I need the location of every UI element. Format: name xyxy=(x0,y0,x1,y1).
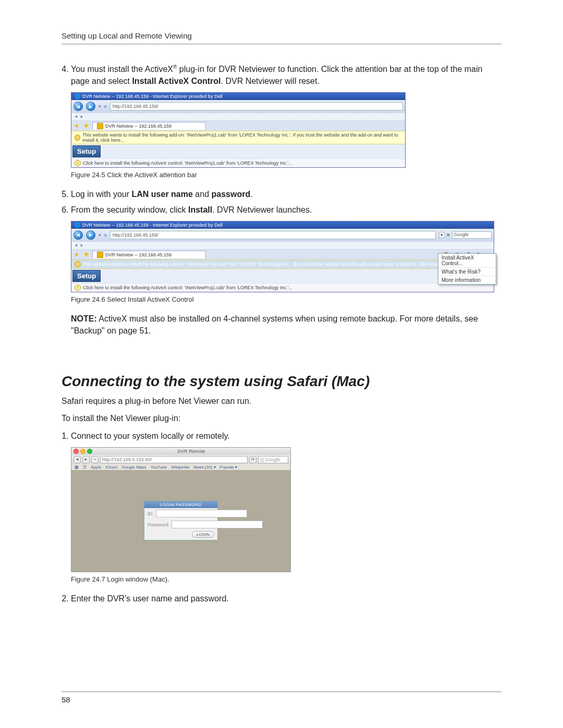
search-input[interactable]: Google xyxy=(452,231,492,239)
step6-pre: From the security window, click xyxy=(71,205,188,214)
page-footer: 58 xyxy=(62,692,501,704)
info-icon: ! xyxy=(75,285,81,291)
forward-icon[interactable]: ► xyxy=(82,456,90,463)
ie-status-bar: ! Click here to install the following Ac… xyxy=(71,283,494,292)
url-favicon-icon: e xyxy=(104,104,107,109)
forward-icon[interactable]: ► xyxy=(86,102,95,111)
ie-tab-bar: ★ ✚ DVR Netview -- 192.168.45.159 🏠 ▾ ▦ … xyxy=(71,249,494,260)
step5-b1: LAN user name xyxy=(132,190,193,199)
traffic-lights xyxy=(74,449,92,454)
step6-post: . DVR Netviewer launches. xyxy=(212,205,312,214)
mac-search-input[interactable]: Q Google xyxy=(258,456,288,463)
setup-button[interactable]: Setup xyxy=(72,145,101,157)
bm-youtube[interactable]: YouTube xyxy=(151,465,167,470)
menu-more-information[interactable]: More information xyxy=(438,276,496,284)
figure-24-5-caption: Figure 24.5 Click the ActiveX attention … xyxy=(71,171,501,179)
mac-title-bar: DVR Remote xyxy=(71,448,290,455)
safari-lead: To install the Net Viewer plug-in: xyxy=(62,412,501,424)
step4-bold: Install ActiveX Control xyxy=(132,77,221,85)
ie-window-title: DVR Netview -- 192.168.45.159 - Internet… xyxy=(82,94,223,99)
step5-b2: password xyxy=(211,190,250,199)
ie-link-bar: ✦ ▾ xyxy=(71,113,405,120)
zoom-icon[interactable] xyxy=(87,449,92,454)
safari-intro: Safari requires a plug-in before Net Vie… xyxy=(62,395,501,407)
links-icon: ✦ ▾ xyxy=(75,114,83,119)
activex-attention-bar[interactable]: This website wants to install the follow… xyxy=(71,131,405,144)
forward-icon[interactable]: ► xyxy=(86,230,95,240)
safari-window: DVR Remote ◄ ► + http://192.168.5.102:80… xyxy=(71,447,291,572)
favorites-icon[interactable]: ★ xyxy=(74,123,80,129)
note-label: NOTE: xyxy=(71,314,97,323)
ie-title-bar: 🌐 DVR Netview -- 192.168.45.159 - Intern… xyxy=(71,221,494,229)
login-panel-header: LOGIN PASSWORD xyxy=(144,501,217,508)
back-icon[interactable]: ◄ xyxy=(74,456,81,463)
bm-icloud[interactable]: iCloud xyxy=(105,465,117,470)
back-icon[interactable]: ◄ xyxy=(74,230,83,240)
bm-maps[interactable]: Google Maps xyxy=(121,465,146,470)
activex-attention-bar-selected[interactable]: This website wants to install the follow… xyxy=(71,260,494,269)
safari-step2-text: Enter the DVR's user name and password. xyxy=(71,594,229,603)
safari-step-1: Connect to your system locally or remote… xyxy=(71,430,501,442)
ie-status-bar: ! Click here to install the following Ac… xyxy=(71,158,405,167)
ie-link-bar: ✦ ▾ xyxy=(71,241,494,249)
add-favorites-icon[interactable]: ✚ xyxy=(83,251,89,257)
login-button[interactable]: LOGIN xyxy=(192,531,214,538)
ie-address-bar: ◄ ► ▾ e http://192.168.45.159/ xyxy=(71,100,405,113)
safari-step-2: Enter the DVR's user name and password. xyxy=(71,593,501,604)
ie-tab-bar: ★ ✚ DVR Netview -- 192.168.45.159 xyxy=(71,120,405,131)
browser-tab[interactable]: DVR Netview -- 192.168.45.159 xyxy=(92,122,206,130)
login-id-input[interactable] xyxy=(156,510,247,517)
page-number: 58 xyxy=(62,695,70,704)
bm-wikipedia[interactable]: Wikipedia xyxy=(171,465,189,470)
step4-post: . DVR Netviewer will reset. xyxy=(221,77,320,85)
add-favorites-icon[interactable]: ✚ xyxy=(83,123,89,129)
bm-grid-icon[interactable]: ▦ xyxy=(75,465,79,470)
step5-post: . xyxy=(250,190,252,199)
note-block: NOTE: ActiveX must also be installed on … xyxy=(71,313,501,337)
ie-favicon-icon: 🌐 xyxy=(75,94,80,99)
back-icon[interactable]: ◄ xyxy=(74,102,83,111)
mac-bookmark-bar: ▦ ☰ Apple iCloud Google Maps YouTube Wik… xyxy=(71,464,290,470)
safari-heading: Connecting to the system using Safari (M… xyxy=(62,373,501,390)
ie-title-bar: 🌐 DVR Netview -- 192.168.45.159 - Intern… xyxy=(71,93,405,100)
minimize-icon[interactable] xyxy=(80,449,85,454)
status-bar-text: Click here to install the following Acti… xyxy=(83,285,292,290)
favorites-icon[interactable]: ★ xyxy=(74,251,80,257)
status-bar-text: Click here to install the following Acti… xyxy=(83,161,292,166)
menu-whats-the-risk[interactable]: What's the Risk? xyxy=(438,268,496,276)
reload-icon[interactable]: ⟳ xyxy=(249,456,256,463)
links-icon: ✦ ▾ xyxy=(75,243,83,248)
mac-page-body: LOGIN PASSWORD ID: Password: LOGIN xyxy=(71,470,290,572)
search-provider-dd[interactable]: ▾ xyxy=(439,232,445,238)
step5-mid: and xyxy=(193,190,212,199)
tab-label: DVR Netview -- 192.168.45.159 xyxy=(105,252,172,257)
address-input[interactable]: http://192.168.45.159/ xyxy=(110,102,403,110)
bm-list-icon[interactable]: ☰ xyxy=(83,465,87,470)
mac-url-input[interactable]: http://192.168.5.102:80/ xyxy=(100,456,248,463)
login-id-label: ID: xyxy=(148,511,154,516)
tab-favicon-icon xyxy=(97,123,103,129)
activex-context-menu: Install ActiveX Control... What's the Ri… xyxy=(438,253,496,285)
login-password-input[interactable] xyxy=(172,521,263,528)
bm-apple[interactable]: Apple xyxy=(91,465,101,470)
bm-news[interactable]: News (33) ▾ xyxy=(193,465,216,470)
ie-window-1: 🌐 DVR Netview -- 192.168.45.159 - Intern… xyxy=(71,92,406,168)
setup-button[interactable]: Setup xyxy=(72,270,101,282)
step4-pre: You must install the ActiveX xyxy=(71,65,173,73)
figure-24-7: DVR Remote ◄ ► + http://192.168.5.102:80… xyxy=(71,447,501,572)
address-input[interactable]: http://192.168.45.159/ xyxy=(110,231,436,239)
figure-24-6: 🌐 DVR Netview -- 192.168.45.159 - Intern… xyxy=(71,221,501,292)
attention-bar-text: This website wants to install the follow… xyxy=(83,262,442,267)
step6-b1: Install xyxy=(188,205,212,214)
bm-popular[interactable]: Popular ▾ xyxy=(220,465,238,470)
ie-window-2: 🌐 DVR Netview -- 192.168.45.159 - Intern… xyxy=(71,221,494,292)
menu-install-activex[interactable]: Install ActiveX Control... xyxy=(438,254,496,268)
step-6: From the security window, click Install.… xyxy=(71,204,501,216)
step-5: Log in with your LAN user name and passw… xyxy=(71,188,501,200)
mac-window-title: DVR Remote xyxy=(94,449,288,454)
safari-step1-text: Connect to your system locally or remote… xyxy=(71,431,230,440)
header-title: Setting up Local and Remote Viewing xyxy=(62,31,192,40)
close-icon[interactable] xyxy=(74,449,79,454)
browser-tab[interactable]: DVR Netview -- 192.168.45.159 xyxy=(92,251,206,258)
add-bookmark-icon[interactable]: + xyxy=(91,456,99,463)
